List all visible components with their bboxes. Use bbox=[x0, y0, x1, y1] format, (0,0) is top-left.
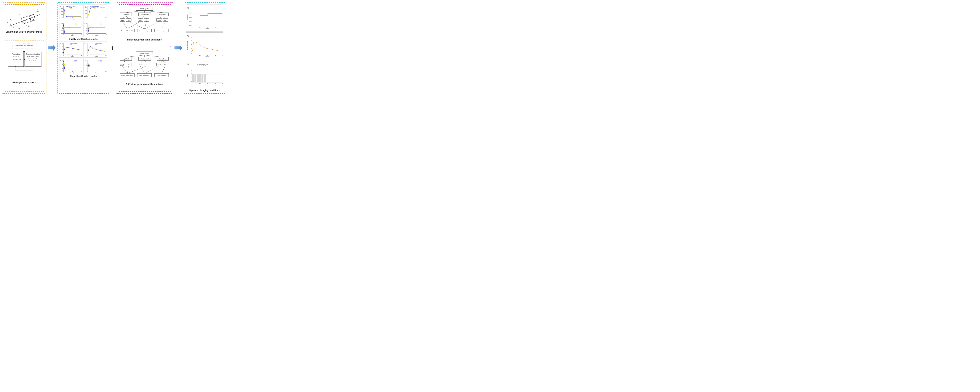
svg-text:Time(s): Time(s) bbox=[95, 56, 98, 57]
svg-line-222 bbox=[126, 61, 129, 63]
svg-text:6: 6 bbox=[87, 43, 88, 45]
svg-text:300: 300 bbox=[61, 23, 63, 24]
svg-line-220 bbox=[145, 55, 162, 57]
svg-line-181 bbox=[140, 16, 145, 19]
svg-line-184 bbox=[162, 16, 165, 19]
svg-line-218 bbox=[126, 55, 144, 57]
svg-text:Keep current gear: Keep current gear bbox=[139, 30, 150, 32]
svg-text:mg: mg bbox=[18, 27, 20, 29]
svg-text:20: 20 bbox=[207, 83, 208, 84]
svg-line-225 bbox=[159, 61, 162, 63]
dynamic-label: Dynamic changing conditions bbox=[186, 89, 223, 92]
svg-text:— Real-time quality: — Real-time quality bbox=[90, 6, 99, 7]
svg-text:7000: 7000 bbox=[85, 17, 88, 18]
middle-panel: (a) — Real-time quality — EKF — RLS 6600… bbox=[57, 2, 109, 94]
svg-text:Time(s): Time(s) bbox=[95, 72, 98, 73]
svg-text:estimates and error covariance: estimates and error covariance bbox=[16, 45, 33, 46]
svg-text:6: 6 bbox=[62, 46, 63, 48]
svg-text:Small: Small bbox=[139, 20, 142, 21]
svg-text:Time(s): Time(s) bbox=[205, 56, 209, 57]
svg-line-230 bbox=[127, 66, 146, 73]
svg-text:Fj+Fr: Fj+Fr bbox=[26, 25, 30, 27]
svg-text:7400: 7400 bbox=[61, 11, 63, 12]
svg-text:10: 10 bbox=[105, 18, 107, 19]
svg-text:Small: Small bbox=[121, 20, 124, 21]
slope-charts-grid: (a) — Real-time slope — EKF — RLS 9 6 3 … bbox=[59, 41, 107, 74]
svg-text:Initialize state variable: Initialize state variable bbox=[18, 43, 30, 45]
svg-text:Big: Big bbox=[127, 20, 129, 21]
uphill-strategy-box: Vehicle quality Light load Medium load H… bbox=[118, 4, 171, 47]
slope-chart-b: (b) — Real-time slope — EKF — RLS 6 4 2 … bbox=[84, 41, 107, 57]
svg-text:Normal shift schedule: Normal shift schedule bbox=[121, 30, 133, 32]
svg-text:Measurement update: Measurement update bbox=[26, 53, 40, 55]
svg-text:Small: Small bbox=[139, 64, 142, 65]
vehicle-diagram: v Ft Ff Fj+Fr mg h S θ bbox=[7, 6, 41, 29]
svg-text:— EKF: — EKF bbox=[74, 22, 77, 24]
svg-text:0: 0 bbox=[63, 18, 64, 19]
svg-text:0: 0 bbox=[88, 55, 88, 56]
svg-text:(a): (a) bbox=[60, 6, 61, 7]
svg-text:10: 10 bbox=[81, 72, 83, 72]
svg-text:0: 0 bbox=[191, 81, 191, 83]
svg-text:— RLS: — RLS bbox=[69, 46, 72, 47]
svg-text:40: 40 bbox=[222, 83, 223, 84]
svg-text:10: 10 bbox=[81, 18, 83, 19]
svg-text:Light load: Light load bbox=[123, 58, 129, 60]
svg-text:Medium load: Medium load bbox=[141, 14, 148, 15]
svg-text:40: 40 bbox=[222, 55, 223, 56]
svg-text:4: 4 bbox=[191, 44, 191, 46]
downhill-strategy-box: Vehicle quality Light load Medium load H… bbox=[118, 49, 171, 92]
svg-text:9: 9 bbox=[62, 43, 63, 45]
svg-line-221 bbox=[122, 61, 126, 63]
svg-text:4: 4 bbox=[87, 47, 88, 48]
svg-text:0: 0 bbox=[191, 51, 191, 52]
svg-text:0: 0 bbox=[192, 26, 192, 28]
svg-text:8500: 8500 bbox=[85, 10, 88, 11]
svg-text:Corrected shift schedule: Corrected shift schedule bbox=[197, 64, 208, 65]
svg-text:x̂ₜ = x̂ₜ⁻ + Kₜ(Zₜ - Hx̂ₜ⁻): x̂ₜ = x̂ₜ⁻ + Kₜ(Zₜ - Hx̂ₜ⁻) bbox=[28, 58, 38, 59]
svg-text:Big: Big bbox=[164, 20, 166, 21]
svg-text:-500: -500 bbox=[61, 33, 63, 34]
svg-text:(c): (c) bbox=[60, 60, 61, 61]
svg-text:-2: -2 bbox=[191, 53, 191, 54]
svg-text:0: 0 bbox=[88, 18, 88, 19]
svg-line-178 bbox=[145, 11, 162, 13]
ekf-box: Initialize state variable estimates and … bbox=[4, 40, 44, 92]
svg-point-6 bbox=[30, 18, 33, 21]
svg-text:(d): (d) bbox=[84, 22, 86, 24]
svg-line-190 bbox=[161, 22, 165, 29]
svg-text:h: h bbox=[8, 21, 8, 23]
svg-line-228 bbox=[127, 66, 129, 73]
svg-text:Time update: Time update bbox=[12, 53, 20, 55]
svg-marker-36 bbox=[48, 45, 56, 51]
svg-line-183 bbox=[159, 16, 162, 19]
svg-text:Time(s): Time(s) bbox=[205, 28, 209, 29]
svg-text:Error: Error bbox=[86, 28, 89, 29]
svg-text:2: 2 bbox=[87, 50, 88, 51]
svg-text:Light load: Light load bbox=[123, 14, 129, 15]
arrow-right-1 bbox=[48, 45, 56, 51]
svg-text:(b): (b) bbox=[187, 35, 189, 37]
svg-text:— EKF: — EKF bbox=[69, 44, 72, 45]
svg-text:— RLS: — RLS bbox=[94, 46, 97, 47]
svg-text:S: S bbox=[13, 27, 14, 29]
svg-text:— RLS: — RLS bbox=[68, 8, 72, 10]
svg-text:— Real-time slope: — Real-time slope bbox=[94, 43, 102, 44]
svg-text:— Real-time slope: — Real-time slope bbox=[69, 43, 77, 44]
svg-text:0: 0 bbox=[192, 55, 192, 56]
svg-text:Lower one gear: Lower one gear bbox=[157, 30, 166, 32]
quality-chart-d: (d) — EKF — RLS 400 0 -200 -600 0 5 10 T… bbox=[84, 21, 107, 37]
svg-text:6000: 6000 bbox=[189, 25, 191, 26]
svg-line-231 bbox=[145, 66, 159, 73]
result-chart-b: (b) 8 6 4 2 0 -2 0 10 20 30 40 Time(s) R… bbox=[186, 32, 223, 60]
svg-text:Pₜ = (I - KₜH)Pₜ⁻: Pₜ = (I - KₜH)Pₜ⁻ bbox=[29, 61, 37, 62]
svg-text:2: 2 bbox=[87, 61, 88, 62]
svg-text:x̂⁻ = f(x̂ₜ₋₁): x̂⁻ = f(x̂ₜ₋₁) bbox=[13, 56, 19, 57]
svg-text:Ff: Ff bbox=[10, 19, 11, 21]
slope-chart-a: (a) — Real-time slope — EKF — RLS 9 6 3 … bbox=[59, 41, 83, 57]
svg-line-182 bbox=[145, 16, 146, 19]
svg-text:-2: -2 bbox=[86, 68, 88, 69]
vehicle-model-label: Longitudinal vehicle dynamic model bbox=[6, 31, 42, 33]
svg-line-176 bbox=[126, 11, 144, 13]
svg-text:7800: 7800 bbox=[61, 8, 63, 10]
